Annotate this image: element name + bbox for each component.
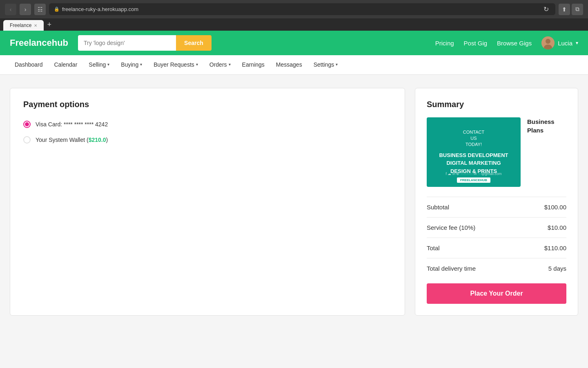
- summary-title: Summary: [427, 100, 566, 109]
- service-fee-value: $10.00: [548, 224, 566, 231]
- gig-name: Business Plans: [527, 117, 566, 135]
- user-name: Lucia: [558, 40, 572, 47]
- wallet-radio[interactable]: [23, 136, 31, 144]
- svg-point-1: [546, 39, 550, 44]
- sec-nav-buying[interactable]: Buying▾: [116, 55, 147, 75]
- total-line: Total $110.00: [427, 238, 566, 258]
- chevron-down-icon: ▾: [336, 62, 338, 67]
- main-content: Payment options Visa Card: **** **** ***…: [0, 75, 588, 329]
- tab-close-button[interactable]: ✕: [34, 23, 37, 28]
- gig-thumbnail: CONTACTUSTODAY! BUSINESS DEVELOPMENTDIGI…: [427, 117, 521, 187]
- total-value: $110.00: [544, 245, 566, 251]
- reload-button[interactable]: ↻: [542, 5, 550, 13]
- gig-thumb-bottom: f ☁ in ⊕ ············ ✉ ···@gmail.com FR…: [427, 172, 521, 183]
- forward-button[interactable]: ›: [20, 4, 31, 15]
- url-text: freelance-ruky-a.herokuapp.com: [62, 6, 138, 12]
- sec-nav-settings[interactable]: Settings▾: [309, 55, 343, 75]
- place-order-button[interactable]: Place Your Order: [427, 283, 566, 304]
- gig-thumb-contact: CONTACTUSTODAY!: [463, 129, 484, 148]
- subtotal-value: $100.00: [544, 204, 566, 211]
- search-button[interactable]: Search: [176, 35, 212, 51]
- delivery-time-label: Total delivery time: [427, 265, 476, 272]
- back-button[interactable]: ‹: [5, 4, 16, 15]
- new-tab-button[interactable]: +: [44, 20, 55, 31]
- app-navbar: Freelancehub Search Pricing Post Gig Bro…: [0, 31, 588, 55]
- visa-option[interactable]: Visa Card: **** **** **** 4242: [23, 121, 392, 128]
- sec-nav-buyer-requests[interactable]: Buyer Requests▾: [149, 55, 203, 75]
- sec-nav-messages[interactable]: Messages: [271, 55, 307, 75]
- sec-nav-earnings[interactable]: Earnings: [237, 55, 270, 75]
- sec-nav-dashboard[interactable]: Dashboard: [10, 55, 48, 75]
- sec-nav-calendar[interactable]: Calendar: [49, 55, 82, 75]
- brand-logo[interactable]: Freelancehub: [10, 38, 68, 48]
- nav-links: Pricing Post Gig Browse Gigs Lucia ▾: [435, 36, 578, 49]
- chevron-down-icon: ▾: [107, 62, 109, 67]
- new-window-button[interactable]: ⧉: [572, 4, 583, 15]
- chevron-down-icon: ▾: [229, 62, 231, 67]
- visa-radio-inner: [25, 122, 29, 126]
- sec-nav-selling[interactable]: Selling▾: [84, 55, 114, 75]
- active-tab[interactable]: Freelance ✕: [3, 20, 44, 31]
- sec-nav-orders[interactable]: Orders▾: [205, 55, 236, 75]
- service-fee-label: Service fee (10%): [427, 224, 475, 231]
- post-gig-link[interactable]: Post Gig: [464, 40, 488, 47]
- payment-title: Payment options: [23, 100, 392, 109]
- wallet-option[interactable]: Your System Wallet ($210.0): [23, 136, 392, 144]
- gig-thumb-social: f ☁ in ⊕ ············ ✉ ···@gmail.com: [445, 172, 501, 176]
- delivery-time-value: 5 days: [548, 265, 566, 272]
- subtotal-label: Subtotal: [427, 204, 449, 211]
- chevron-down-icon: ▾: [140, 62, 142, 67]
- chevron-down-icon: ▾: [196, 62, 198, 67]
- service-fee-line: Service fee (10%) $10.00: [427, 217, 566, 238]
- user-menu-chevron: ▾: [576, 40, 578, 46]
- user-avatar: [541, 36, 555, 49]
- browser-actions: ⬆ ⧉: [559, 4, 583, 15]
- total-label: Total: [427, 245, 440, 251]
- sidebar-button[interactable]: ☷: [34, 4, 46, 15]
- browse-gigs-link[interactable]: Browse Gigs: [497, 40, 532, 47]
- summary-card: Summary CONTACTUSTODAY! BUSINESS DEVELOP…: [415, 88, 578, 316]
- browser-chrome: ‹ › ☷ 🔒 freelance-ruky-a.herokuapp.com ↻…: [0, 0, 588, 18]
- lock-icon: 🔒: [54, 7, 60, 12]
- share-button[interactable]: ⬆: [559, 4, 570, 15]
- user-menu[interactable]: Lucia ▾: [541, 36, 578, 49]
- gig-preview: CONTACTUSTODAY! BUSINESS DEVELOPMENTDIGI…: [427, 117, 566, 187]
- visa-radio[interactable]: [23, 121, 31, 128]
- delivery-time-line: Total delivery time 5 days: [427, 258, 566, 278]
- payment-options-list: Visa Card: **** **** **** 4242 Your Syst…: [23, 121, 392, 144]
- wallet-label: Your System Wallet ($210.0): [36, 137, 108, 143]
- gig-thumb-logo: FREELANCEHUB: [457, 177, 490, 183]
- pricing-link[interactable]: Pricing: [435, 40, 454, 47]
- subtotal-line: Subtotal $100.00: [427, 197, 566, 217]
- wallet-amount: $210.0: [89, 137, 106, 143]
- secondary-nav: DashboardCalendarSelling▾Buying▾Buyer Re…: [0, 55, 588, 75]
- address-bar: 🔒 freelance-ruky-a.herokuapp.com ↻: [49, 3, 555, 15]
- tab-title: Freelance: [10, 22, 31, 28]
- visa-label: Visa Card: **** **** **** 4242: [36, 121, 108, 128]
- search-bar: Search: [78, 35, 212, 51]
- search-input[interactable]: [78, 35, 176, 51]
- tab-bar: Freelance ✕ +: [0, 18, 588, 31]
- payment-options-card: Payment options Visa Card: **** **** ***…: [10, 88, 405, 316]
